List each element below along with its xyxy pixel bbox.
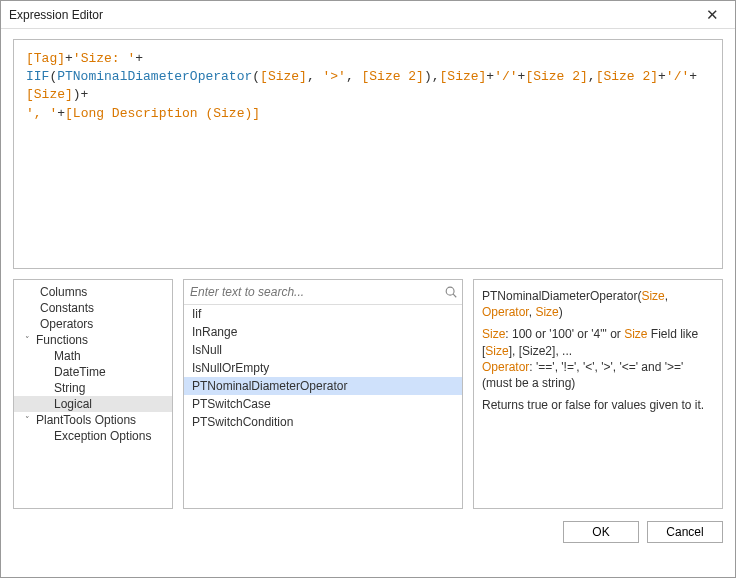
tree-item-math[interactable]: Math <box>14 348 172 364</box>
function-returns: Returns true or false for values given t… <box>482 397 714 413</box>
function-item-ptnominaldiameteroperator[interactable]: PTNominalDiameterOperator <box>184 377 462 395</box>
tree-item-columns[interactable]: Columns <box>14 284 172 300</box>
tree-item-label: Operators <box>40 317 93 331</box>
category-tree-pane: ColumnsConstantsOperators˅FunctionsMathD… <box>13 279 173 509</box>
content-area: [Tag]+'Size: '+ IIF(PTNominalDiameterOpe… <box>1 29 735 577</box>
tree-item-label: Exception Options <box>54 429 151 443</box>
bottom-panes: ColumnsConstantsOperators˅FunctionsMathD… <box>13 279 723 509</box>
chevron-down-icon[interactable]: ˅ <box>22 335 32 345</box>
tree-item-label: Logical <box>54 397 92 411</box>
function-signature: PTNominalDiameterOperator(Size, Operator… <box>482 288 714 320</box>
tree-item-planttools-options[interactable]: ˅PlantTools Options <box>14 412 172 428</box>
tree-item-label: String <box>54 381 85 395</box>
tree-item-label: Columns <box>40 285 87 299</box>
function-item-isnull[interactable]: IsNull <box>184 341 462 359</box>
function-list-pane: IifInRangeIsNullIsNullOrEmptyPTNominalDi… <box>183 279 463 509</box>
window-title: Expression Editor <box>9 8 698 22</box>
tree-item-label: Math <box>54 349 81 363</box>
function-item-ptswitchcondition[interactable]: PTSwitchCondition <box>184 413 462 431</box>
titlebar: Expression Editor ✕ <box>1 1 735 29</box>
tree-item-logical[interactable]: Logical <box>14 396 172 412</box>
tree-item-operators[interactable]: Operators <box>14 316 172 332</box>
tree-item-label: DateTime <box>54 365 106 379</box>
description-pane: PTNominalDiameterOperator(Size, Operator… <box>473 279 723 509</box>
ok-button[interactable]: OK <box>563 521 639 543</box>
tree-item-label: Constants <box>40 301 94 315</box>
function-item-iif[interactable]: Iif <box>184 305 462 323</box>
tree-item-functions[interactable]: ˅Functions <box>14 332 172 348</box>
search-wrap <box>184 280 462 305</box>
search-icon[interactable] <box>444 285 458 299</box>
close-icon[interactable]: ✕ <box>698 6 727 24</box>
size-description: Size: 100 or '100' or '4"' or Size Field… <box>482 326 714 391</box>
function-list[interactable]: IifInRangeIsNullIsNullOrEmptyPTNominalDi… <box>184 305 462 508</box>
function-item-inrange[interactable]: InRange <box>184 323 462 341</box>
chevron-down-icon[interactable]: ˅ <box>22 415 32 425</box>
function-item-ptswitchcase[interactable]: PTSwitchCase <box>184 395 462 413</box>
footer: OK Cancel <box>13 519 723 543</box>
svg-line-1 <box>453 294 456 297</box>
tree-item-constants[interactable]: Constants <box>14 300 172 316</box>
cancel-button[interactable]: Cancel <box>647 521 723 543</box>
tree-item-label: Functions <box>36 333 88 347</box>
function-item-isnullorempty[interactable]: IsNullOrEmpty <box>184 359 462 377</box>
tree-item-exception-options[interactable]: Exception Options <box>14 428 172 444</box>
category-tree[interactable]: ColumnsConstantsOperators˅FunctionsMathD… <box>14 280 172 448</box>
svg-point-0 <box>446 287 454 295</box>
expression-editor[interactable]: [Tag]+'Size: '+ IIF(PTNominalDiameterOpe… <box>13 39 723 269</box>
tree-item-datetime[interactable]: DateTime <box>14 364 172 380</box>
tree-item-label: PlantTools Options <box>36 413 136 427</box>
search-input[interactable] <box>190 282 444 302</box>
tree-item-string[interactable]: String <box>14 380 172 396</box>
